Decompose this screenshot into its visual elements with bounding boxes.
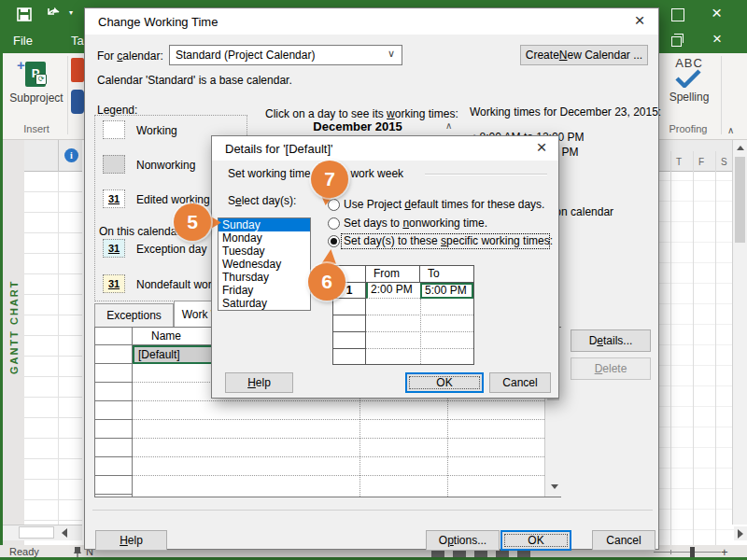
working-label: Working	[136, 124, 177, 137]
list-item-day[interactable]: Monday	[218, 231, 310, 245]
dialog-title: Change Working Time	[98, 15, 218, 29]
for-calendar-label: For calendar:	[97, 49, 163, 63]
proofing-group-label: Proofing	[659, 123, 717, 134]
scroll-down-icon[interactable]	[551, 484, 558, 489]
row-divider	[133, 438, 544, 439]
tab-exceptions[interactable]: Exceptions	[94, 303, 174, 328]
details-ok-button[interactable]: OK	[405, 372, 484, 393]
working-times-title: Working times for December 23, 2015:	[470, 105, 661, 119]
details-button[interactable]: Details...	[571, 329, 651, 352]
subproject-button[interactable]: Subproject	[7, 91, 65, 105]
maximize-icon[interactable]	[671, 8, 684, 21]
timescale-day: S	[721, 157, 727, 167]
callout-5: 5	[174, 203, 211, 241]
exception-swatch: 31	[103, 239, 125, 258]
nonworking-label: Nonworking	[136, 159, 195, 172]
list-item-day[interactable]: Saturday	[218, 297, 310, 310]
close-icon[interactable]: ×	[532, 138, 551, 157]
callout-6: 6	[308, 263, 345, 301]
base-calendar-note: Calendar 'Standard' is a base calendar.	[97, 74, 292, 87]
row-divider	[133, 475, 544, 476]
abc-text: ABC	[663, 56, 715, 70]
row-divider	[133, 456, 544, 457]
radio-nonworking-label[interactable]: Set days to nonworking time.	[344, 217, 487, 230]
radio-nonworking[interactable]	[328, 217, 340, 230]
create-new-calendar-button[interactable]: Create New Calendar ...	[520, 45, 648, 65]
ribbon-divider	[67, 56, 68, 134]
zoom-slider-track[interactable]	[654, 552, 721, 553]
undo-icon[interactable]	[45, 6, 63, 20]
spelling-button[interactable]: Spelling	[663, 91, 715, 104]
radio-specific-times[interactable]	[328, 235, 340, 247]
app-window: ▾ File Task × × + P ⟳ Subproject Insert …	[0, 0, 747, 560]
spellcheck-icon[interactable]	[674, 69, 702, 88]
close-icon[interactable]: ×	[630, 11, 649, 30]
scroll-up-icon[interactable]	[737, 146, 744, 150]
time-row-headers	[333, 299, 366, 364]
zoom-slider-tick	[670, 550, 671, 554]
grid-line	[715, 151, 716, 545]
qat-dropdown-icon[interactable]: ▾	[69, 8, 73, 17]
details-cancel-button[interactable]: Cancel	[489, 372, 551, 393]
pin-icon[interactable]	[73, 546, 83, 557]
time-to-cell[interactable]: 5:00 PM	[420, 283, 473, 299]
row-divider	[133, 419, 544, 420]
h-scroll-thumb[interactable]	[19, 526, 54, 539]
cancel-button[interactable]: Cancel	[592, 530, 655, 551]
calendar-scroll-up-icon[interactable]: ∧	[445, 120, 452, 131]
store-icon[interactable]	[71, 58, 84, 82]
timescale-day: F	[698, 157, 704, 167]
info-icon[interactable]: i	[64, 148, 78, 162]
options-button[interactable]: Options...	[426, 530, 500, 551]
close-document-icon[interactable]: ×	[712, 30, 722, 49]
calendar-select[interactable]: Standard (Project Calendar) ∨	[169, 45, 402, 65]
day-listbox[interactable]: Sunday Monday Tuesday Wednesday Thursday…	[218, 217, 311, 311]
scroll-left-icon[interactable]	[62, 528, 67, 538]
nondefault-swatch: 31	[103, 274, 125, 293]
details-dialog-title: Details for '[Default]'	[225, 142, 333, 156]
help-button[interactable]: Help	[95, 530, 167, 551]
save-icon[interactable]	[17, 7, 32, 21]
timescale-day: T	[676, 157, 682, 167]
subproject-icon[interactable]: + P ⟳	[17, 57, 50, 89]
close-window-icon[interactable]: ×	[712, 3, 722, 23]
details-dialog: Details for '[Default]' × Set working ti…	[211, 135, 559, 399]
radio-specific-times-label[interactable]: Set day(s) to these specific working tim…	[344, 234, 553, 247]
task-table-rows	[24, 172, 82, 525]
scroll-right-icon[interactable]	[738, 529, 743, 539]
delete-button[interactable]: Delete	[571, 357, 651, 380]
zoom-in-button[interactable]: +	[721, 545, 728, 559]
calendar-select-value: Standard (Project Calendar)	[176, 49, 315, 62]
group-border	[425, 174, 547, 175]
list-item-day[interactable]: Sunday	[218, 218, 310, 231]
row-header-column	[95, 364, 133, 497]
list-item-day[interactable]: Friday	[218, 284, 310, 297]
nonworking-swatch	[103, 155, 125, 174]
ok-button[interactable]: OK	[500, 530, 571, 551]
list-item-day[interactable]: Tuesday	[218, 245, 310, 258]
working-swatch	[103, 120, 125, 139]
select-days-label: Select day(s):	[228, 194, 296, 207]
month-header: December 2015	[268, 119, 447, 133]
v-scroll-thumb[interactable]	[735, 157, 745, 243]
to-column-header[interactable]: To	[420, 266, 473, 283]
on-this-calendar-label: On this calendar:	[99, 225, 184, 238]
addin-icon[interactable]	[71, 90, 84, 114]
h-scrollbar-right[interactable]	[734, 526, 747, 540]
view-strip-label: GANTT CHART	[3, 233, 24, 420]
list-item-day[interactable]: Thursday	[218, 271, 310, 284]
restore-icon[interactable]	[671, 36, 682, 47]
row-header-corner	[95, 328, 133, 345]
row-header-cell[interactable]	[95, 345, 133, 364]
ribbon-divider	[721, 56, 722, 134]
details-help-button[interactable]: Help	[225, 372, 293, 393]
list-item-day[interactable]: Wednesday	[218, 258, 310, 271]
radio-default-times[interactable]	[328, 199, 340, 211]
tab-file[interactable]: File	[13, 34, 33, 48]
collapse-ribbon-icon[interactable]: ∧	[727, 125, 734, 135]
callout-7: 7	[311, 161, 348, 198]
zoom-slider-handle[interactable]	[690, 547, 695, 557]
radio-default-times-label[interactable]: Use Project default times for these days…	[344, 198, 544, 211]
time-from-cell[interactable]: 2:00 PM	[366, 283, 420, 299]
from-column-header[interactable]: From	[366, 266, 420, 283]
